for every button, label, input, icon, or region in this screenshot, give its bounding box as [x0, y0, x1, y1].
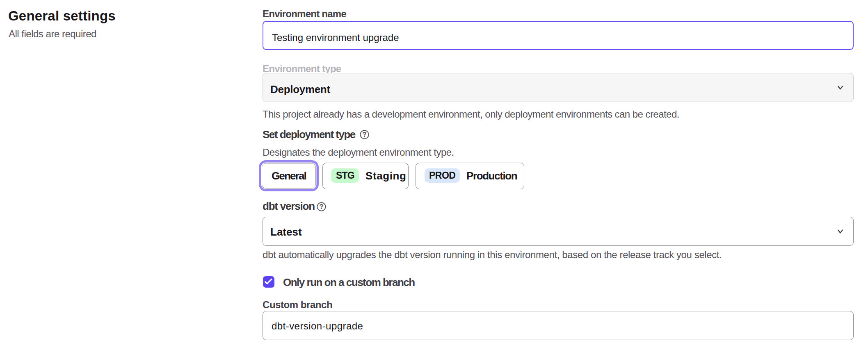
svg-text:?: ? — [319, 203, 323, 210]
svg-text:?: ? — [362, 131, 366, 138]
